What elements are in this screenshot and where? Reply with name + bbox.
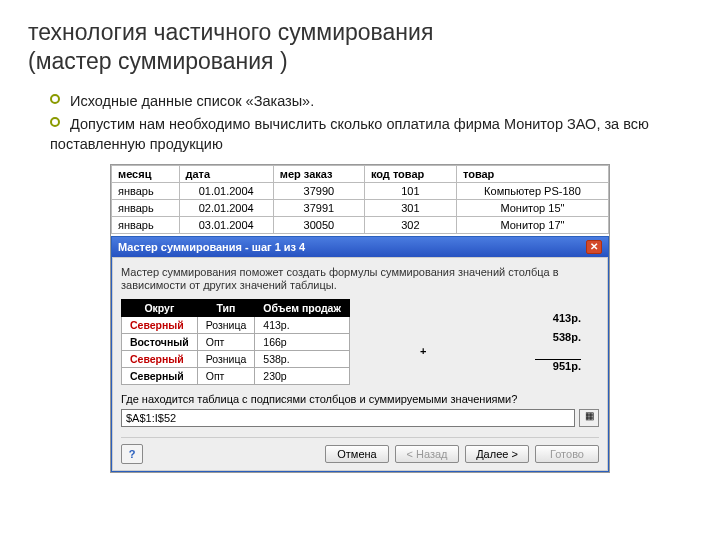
col-order: мер заказ (273, 166, 364, 183)
sum-wizard-dialog: Мастер суммирования - шаг 1 из 4 ✕ Масте… (111, 236, 609, 471)
cancel-button[interactable]: Отмена (325, 445, 389, 463)
bullet-2: Допустим нам необходимо вычислить скольк… (50, 116, 649, 152)
example-calculation: 413р. 538р. + 951р. (350, 299, 599, 385)
slide-title: технология частичного суммирования (маст… (0, 0, 720, 84)
orders-table: месяц дата мер заказ код товар товар янв… (111, 165, 609, 234)
range-picker-icon[interactable]: ▦ (579, 409, 599, 427)
wizard-description: Мастер суммирования поможет создать форм… (121, 266, 599, 292)
bullet-icon (50, 94, 60, 104)
col-date: дата (179, 166, 273, 183)
help-icon[interactable]: ? (121, 444, 143, 464)
titlebar[interactable]: Мастер суммирования - шаг 1 из 4 ✕ (112, 237, 608, 257)
next-button[interactable]: Далее > (465, 445, 529, 463)
calc-total: 951р. (535, 359, 581, 372)
table-row[interactable]: январь 01.01.2004 37990 101 Компьютер PS… (112, 183, 609, 200)
range-prompt: Где находится таблица с подписями столбц… (121, 393, 599, 405)
calc-b: 538р. (553, 331, 581, 343)
col-product: товар (456, 166, 608, 183)
button-row: ? Отмена < Назад Далее > Готово (121, 437, 599, 464)
table-row[interactable]: январь 02.01.2004 37991 301 Монитор 15" (112, 200, 609, 217)
bullet-1: Исходные данные список «Заказы». (70, 93, 314, 109)
col-code: код товар (364, 166, 456, 183)
dialog-title: Мастер суммирования - шаг 1 из 4 (118, 241, 305, 253)
close-icon[interactable]: ✕ (586, 240, 602, 254)
example-block: Округ Тип Объем продаж СеверныйРозница41… (121, 299, 599, 385)
title-line-2: (мастер суммирования ) (28, 48, 288, 74)
table-row[interactable]: январь 03.01.2004 30050 302 Монитор 17" (112, 217, 609, 234)
example-table: Округ Тип Объем продаж СеверныйРозница41… (121, 299, 350, 385)
slide-bullets: Исходные данные список «Заказы». Допусти… (50, 92, 690, 155)
table-header-row: месяц дата мер заказ код товар товар (112, 166, 609, 183)
bullet-icon (50, 117, 60, 127)
finish-button[interactable]: Готово (535, 445, 599, 463)
wizard-body: Мастер суммирования поможет создать форм… (112, 257, 608, 470)
range-input[interactable] (121, 409, 575, 427)
title-line-1: технология частичного суммирования (28, 19, 433, 45)
back-button[interactable]: < Назад (395, 445, 459, 463)
calc-a: 413р. (553, 312, 581, 324)
col-month: месяц (112, 166, 180, 183)
embedded-screenshot: месяц дата мер заказ код товар товар янв… (110, 164, 610, 472)
